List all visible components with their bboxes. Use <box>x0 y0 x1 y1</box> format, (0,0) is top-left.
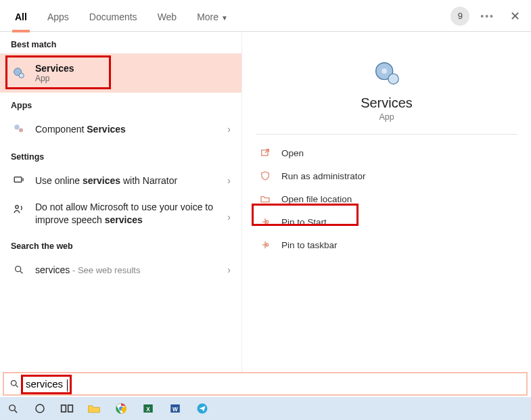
tab-web[interactable]: Web <box>155 6 180 25</box>
chevron-right-icon: › <box>227 264 231 275</box>
result-narrator-services[interactable]: Use online services with Narrator › <box>0 166 241 195</box>
shield-icon <box>258 169 272 183</box>
svg-point-2 <box>14 124 20 130</box>
tab-more[interactable]: More ▼ <box>194 6 231 25</box>
svg-point-14 <box>9 404 14 411</box>
svg-point-13 <box>11 381 17 386</box>
open-icon <box>258 146 272 160</box>
pin-icon <box>258 215 272 229</box>
action-label: Open <box>281 148 304 158</box>
action-label: Open file location <box>281 194 352 204</box>
action-open-location[interactable]: Open file location <box>242 187 531 210</box>
taskbar-word-icon[interactable]: W <box>166 400 184 417</box>
chevron-right-icon: › <box>227 175 231 186</box>
svg-rect-16 <box>62 405 66 412</box>
svg-point-1 <box>19 73 24 78</box>
taskbar: X W <box>0 397 531 420</box>
separator <box>256 134 517 135</box>
result-speech-services[interactable]: Do not allow Microsoft to use your voice… <box>0 195 241 233</box>
action-label: Run as administrator <box>281 171 366 181</box>
taskbar-file-explorer-icon[interactable] <box>85 400 103 417</box>
chevron-right-icon: › <box>227 212 231 223</box>
action-label: Pin to Start <box>281 217 327 227</box>
services-gear-icon <box>11 65 27 81</box>
result-subtitle: App <box>35 74 74 83</box>
svg-point-8 <box>382 68 387 74</box>
search-icon <box>9 379 23 389</box>
close-button[interactable]: ✕ <box>505 9 524 24</box>
result-label: services - See web results <box>35 264 227 275</box>
section-apps: Apps <box>0 93 241 114</box>
taskbar-taskview-icon[interactable] <box>58 400 76 417</box>
detail-panel: Services App Open Run as administrator O… <box>242 32 531 372</box>
results-list: Best match Services App Apps Component S… <box>0 32 242 372</box>
taskbar-search-icon[interactable] <box>4 400 22 417</box>
search-filter-tabs: All Apps Documents Web More ▼ 9 ••• ✕ <box>0 0 531 32</box>
search-input[interactable] <box>23 377 84 391</box>
text-cursor <box>67 379 68 392</box>
taskbar-cortana-icon[interactable] <box>31 400 49 417</box>
result-title: Services <box>35 63 74 74</box>
result-label: Do not allow Microsoft to use your voice… <box>35 201 227 227</box>
taskbar-telegram-icon[interactable] <box>193 400 211 417</box>
chevron-down-icon: ▼ <box>221 14 228 22</box>
action-pin-taskbar[interactable]: Pin to taskbar <box>242 233 531 256</box>
taskbar-chrome-icon[interactable] <box>112 400 130 417</box>
search-icon <box>11 262 27 278</box>
search-box[interactable] <box>3 372 528 396</box>
svg-rect-4 <box>14 177 22 183</box>
narrator-icon <box>11 172 27 189</box>
section-best-match: Best match <box>0 32 241 53</box>
chevron-right-icon: › <box>227 124 231 135</box>
result-web-search[interactable]: services - See web results › <box>0 255 241 285</box>
folder-icon <box>258 192 272 206</box>
more-options-icon[interactable]: ••• <box>480 11 494 22</box>
svg-point-3 <box>19 129 23 133</box>
action-run-admin[interactable]: Run as administrator <box>242 164 531 187</box>
svg-text:W: W <box>172 406 178 413</box>
services-large-icon <box>371 57 403 90</box>
component-services-icon <box>11 121 27 137</box>
result-label: Use online services with Narrator <box>35 175 227 186</box>
result-label: Component Services <box>35 124 227 135</box>
svg-rect-17 <box>68 405 73 412</box>
svg-text:X: X <box>146 406 150 413</box>
detail-title: Services <box>242 95 531 111</box>
svg-point-5 <box>16 206 19 209</box>
detail-subtitle: App <box>242 112 531 122</box>
tab-apps[interactable]: Apps <box>45 6 72 25</box>
action-label: Pin to taskbar <box>281 240 338 250</box>
svg-point-9 <box>388 74 398 84</box>
result-services-app[interactable]: Services App <box>0 53 241 93</box>
action-pin-start[interactable]: Pin to Start <box>242 210 531 233</box>
section-search-web: Search the web <box>0 233 241 255</box>
taskbar-excel-icon[interactable]: X <box>139 400 157 417</box>
action-open[interactable]: Open <box>242 141 531 164</box>
svg-point-15 <box>36 404 44 413</box>
rewards-badge[interactable]: 9 <box>451 7 469 26</box>
result-component-services[interactable]: Component Services › <box>0 114 241 144</box>
pin-icon <box>258 238 272 252</box>
tab-documents[interactable]: Documents <box>87 6 140 25</box>
person-voice-icon <box>11 201 27 217</box>
tab-all[interactable]: All <box>12 6 30 25</box>
section-settings: Settings <box>0 144 241 166</box>
svg-point-6 <box>16 266 21 272</box>
